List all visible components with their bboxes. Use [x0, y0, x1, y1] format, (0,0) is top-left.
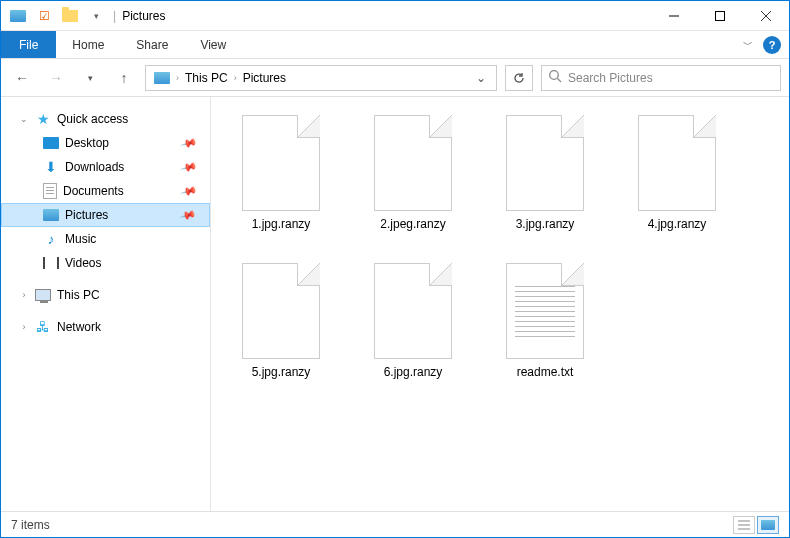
file-item[interactable]: 6.jpg.ranzy — [351, 259, 475, 399]
titlebar: ☑ ▾ | Pictures — [1, 1, 789, 31]
nav-this-pc[interactable]: › This PC — [1, 283, 210, 307]
nav-recent-dropdown[interactable]: ▾ — [77, 65, 103, 91]
navigation-pane[interactable]: ⌄ ★ Quick access Desktop 📌 ⬇ Downloads 📌… — [1, 97, 211, 511]
nav-label: Music — [65, 232, 96, 246]
file-label: readme.txt — [517, 365, 574, 379]
star-icon: ★ — [35, 111, 51, 127]
nav-downloads[interactable]: ⬇ Downloads 📌 — [1, 155, 210, 179]
file-label: 6.jpg.ranzy — [384, 365, 443, 379]
nav-label: Videos — [65, 256, 101, 270]
address-bar: ← → ▾ ↑ › This PC › Pictures ⌄ — [1, 59, 789, 97]
file-item[interactable]: 2.jpeg.ranzy — [351, 111, 475, 251]
nav-label: Pictures — [65, 208, 108, 222]
nav-documents[interactable]: Documents 📌 — [1, 179, 210, 203]
chevron-down-icon[interactable]: ⌄ — [19, 114, 29, 124]
nav-pictures[interactable]: Pictures 📌 — [1, 203, 210, 227]
chevron-down-icon[interactable]: ▾ — [85, 5, 107, 27]
close-button[interactable] — [743, 1, 789, 31]
chevron-right-icon[interactable]: › — [19, 290, 29, 300]
nav-forward-button[interactable]: → — [43, 65, 69, 91]
chevron-right-icon[interactable]: › — [19, 322, 29, 332]
pin-icon: 📌 — [180, 182, 199, 200]
chevron-right-icon[interactable]: › — [176, 73, 179, 83]
document-icon — [43, 183, 57, 199]
expand-ribbon-icon[interactable]: ﹀ — [743, 38, 753, 52]
svg-point-4 — [550, 71, 559, 80]
nav-music[interactable]: ♪ Music — [1, 227, 210, 251]
music-icon: ♪ — [43, 231, 59, 247]
nav-network[interactable]: › 🖧 Network — [1, 315, 210, 339]
nav-label: Quick access — [57, 112, 128, 126]
search-box[interactable] — [541, 65, 781, 91]
nav-back-button[interactable]: ← — [9, 65, 35, 91]
breadcrumb-root-icon[interactable] — [150, 72, 174, 84]
tab-home[interactable]: Home — [56, 31, 120, 58]
pin-icon: 📌 — [180, 158, 199, 176]
folder-view[interactable]: 1.jpg.ranzy2.jpeg.ranzy3.jpg.ranzy4.jpg.… — [211, 97, 789, 511]
pin-icon: 📌 — [180, 134, 199, 152]
file-item[interactable]: 5.jpg.ranzy — [219, 259, 343, 399]
app-icon[interactable] — [7, 5, 29, 27]
minimize-button[interactable] — [651, 1, 697, 31]
view-toggles — [733, 516, 779, 534]
svg-rect-1 — [716, 11, 725, 20]
refresh-button[interactable] — [505, 65, 533, 91]
video-icon — [43, 257, 59, 269]
window-title: Pictures — [122, 9, 165, 23]
tab-file[interactable]: File — [1, 31, 56, 58]
file-label: 3.jpg.ranzy — [516, 217, 575, 231]
svg-line-5 — [558, 79, 562, 83]
ribbon-tabs: File Home Share View ﹀ ? — [1, 31, 789, 59]
title-separator: | — [113, 9, 116, 23]
file-label: 4.jpg.ranzy — [648, 217, 707, 231]
unknown-file-icon — [374, 263, 452, 359]
nav-videos[interactable]: Videos — [1, 251, 210, 275]
network-icon: 🖧 — [35, 319, 51, 335]
nav-up-button[interactable]: ↑ — [111, 65, 137, 91]
chevron-right-icon[interactable]: › — [234, 73, 237, 83]
file-label: 1.jpg.ranzy — [252, 217, 311, 231]
nav-label: Desktop — [65, 136, 109, 150]
pc-icon — [35, 289, 51, 301]
window-controls — [651, 1, 789, 31]
unknown-file-icon — [242, 115, 320, 211]
desktop-icon — [43, 137, 59, 149]
unknown-file-icon — [374, 115, 452, 211]
pictures-icon — [43, 209, 59, 221]
tab-share[interactable]: Share — [120, 31, 184, 58]
file-item[interactable]: 3.jpg.ranzy — [483, 111, 607, 251]
content-area: ⌄ ★ Quick access Desktop 📌 ⬇ Downloads 📌… — [1, 97, 789, 511]
qat-properties-icon[interactable]: ☑ — [33, 5, 55, 27]
qat-new-folder-icon[interactable] — [59, 5, 81, 27]
breadcrumb-this-pc[interactable]: This PC — [181, 71, 232, 85]
file-item[interactable]: 4.jpg.ranzy — [615, 111, 739, 251]
text-file-icon — [506, 263, 584, 359]
unknown-file-icon — [638, 115, 716, 211]
nav-label: Network — [57, 320, 101, 334]
breadcrumb[interactable]: › This PC › Pictures ⌄ — [145, 65, 497, 91]
download-icon: ⬇ — [43, 159, 59, 175]
status-bar: 7 items — [1, 511, 789, 537]
help-button[interactable]: ? — [763, 36, 781, 54]
breadcrumb-current[interactable]: Pictures — [239, 71, 290, 85]
breadcrumb-dropdown[interactable]: ⌄ — [470, 71, 492, 85]
search-input[interactable] — [568, 71, 774, 85]
quick-access-toolbar: ☑ ▾ — [1, 5, 107, 27]
maximize-button[interactable] — [697, 1, 743, 31]
file-item[interactable]: readme.txt — [483, 259, 607, 399]
unknown-file-icon — [242, 263, 320, 359]
file-label: 2.jpeg.ranzy — [380, 217, 445, 231]
tab-view[interactable]: View — [184, 31, 242, 58]
file-item[interactable]: 1.jpg.ranzy — [219, 111, 343, 251]
unknown-file-icon — [506, 115, 584, 211]
nav-desktop[interactable]: Desktop 📌 — [1, 131, 210, 155]
pin-icon: 📌 — [179, 206, 198, 224]
details-view-button[interactable] — [733, 516, 755, 534]
nav-label: This PC — [57, 288, 100, 302]
item-count: 7 items — [11, 518, 50, 532]
nav-label: Documents — [63, 184, 124, 198]
file-label: 5.jpg.ranzy — [252, 365, 311, 379]
thumbnails-view-button[interactable] — [757, 516, 779, 534]
search-icon — [548, 69, 562, 86]
nav-quick-access[interactable]: ⌄ ★ Quick access — [1, 107, 210, 131]
